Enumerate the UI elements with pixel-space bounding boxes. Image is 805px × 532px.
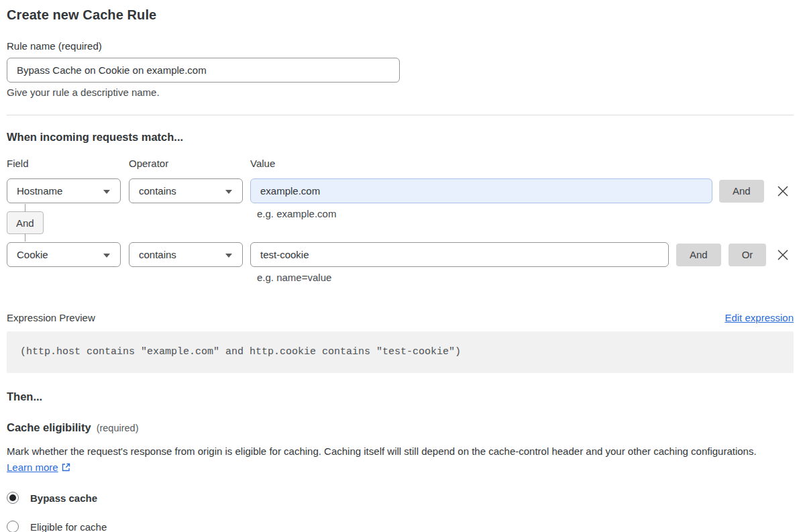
operator-select-1-value: contains [139, 185, 176, 197]
cache-eligibility-heading: Cache eligibility (required) [7, 421, 794, 434]
radio-button-icon [7, 521, 19, 532]
cache-eligibility-description: Mark whether the request's response from… [7, 443, 782, 476]
required-badge: (required) [97, 423, 139, 433]
chevron-down-icon [225, 190, 232, 194]
chevron-down-icon [103, 190, 110, 194]
page-title: Create new Cache Rule [7, 7, 794, 23]
chevron-down-icon [103, 254, 110, 258]
close-icon [776, 248, 790, 262]
radio-button-icon [7, 492, 19, 504]
external-link-icon [61, 462, 71, 472]
rule-name-label: Rule name (required) [7, 40, 794, 52]
radio-bypass-cache[interactable]: Bypass cache [7, 492, 794, 504]
remove-condition-button-1[interactable] [774, 182, 792, 200]
condition-connector-area: And e.g. example.com [7, 203, 794, 242]
cache-eligibility-title: Cache eligibility [7, 421, 91, 434]
value-hint-2: e.g. name=value [257, 272, 794, 283]
field-select-1-value: Hostname [17, 185, 62, 197]
condition-column-labels: Field Operator Value [7, 158, 794, 169]
and-button-row-1[interactable]: And [719, 180, 764, 203]
rule-name-help: Give your rule a descriptive name. [7, 87, 794, 98]
field-select-1[interactable]: Hostname [7, 178, 121, 203]
match-heading: When incoming requests match... [7, 130, 794, 144]
then-heading: Then... [7, 390, 794, 403]
connector-and-button[interactable]: And [7, 211, 44, 234]
operator-column-label: Operator [129, 158, 250, 169]
close-icon [776, 184, 790, 198]
operator-select-2-value: contains [139, 249, 176, 260]
operator-select-1[interactable]: contains [129, 178, 243, 203]
expression-code-block: (http.host contains "example.com" and ht… [7, 331, 794, 373]
value-input-1[interactable] [250, 178, 712, 203]
radio-bypass-cache-label: Bypass cache [30, 492, 97, 504]
field-select-2[interactable]: Cookie [7, 242, 121, 267]
or-button-row-2[interactable]: Or [729, 244, 767, 266]
field-select-2-value: Cookie [17, 249, 48, 260]
rule-name-input[interactable] [7, 58, 400, 83]
remove-condition-button-2[interactable] [774, 246, 792, 264]
value-hint-1: e.g. example.com [257, 208, 336, 219]
expression-preview-label: Expression Preview [7, 312, 95, 323]
description-text: Mark whether the request's response from… [7, 445, 757, 457]
condition-row-1: Hostname contains And [7, 178, 794, 203]
expression-preview-header: Expression Preview Edit expression [7, 312, 794, 323]
value-input-2[interactable] [250, 242, 669, 267]
learn-more-link[interactable]: Learn more [7, 462, 58, 473]
edit-expression-link[interactable]: Edit expression [724, 312, 794, 323]
and-button-row-2[interactable]: And [676, 244, 721, 266]
value-column-label: Value [250, 158, 275, 169]
section-divider [7, 115, 794, 115]
field-column-label: Field [7, 158, 129, 169]
condition-row-2: Cookie contains And Or [7, 242, 794, 267]
radio-eligible-for-cache-label: Eligible for cache [30, 521, 107, 532]
operator-select-2[interactable]: contains [129, 242, 243, 267]
radio-eligible-for-cache[interactable]: Eligible for cache [7, 521, 794, 532]
chevron-down-icon [225, 254, 232, 258]
